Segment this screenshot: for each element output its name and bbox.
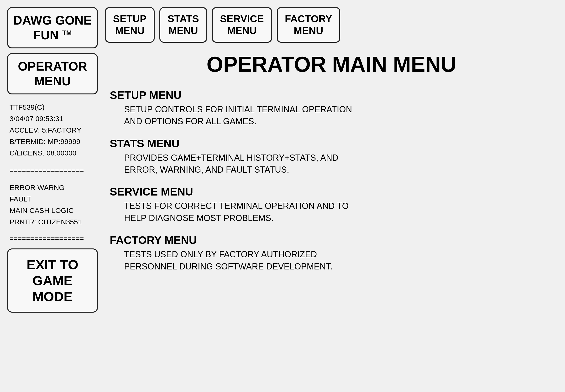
btermid-text: B/TERMID: MP:99999 bbox=[10, 136, 95, 147]
section-stats-desc: PROVIDES GAME+TERMINAL HISTORY+STATS, AN… bbox=[110, 152, 553, 176]
game-title: DAWG GONE FUN TM bbox=[12, 13, 93, 43]
factory-menu-button[interactable]: FACTORYMENU bbox=[277, 7, 340, 43]
section-stats: STATS MENU PROVIDES GAME+TERMINAL HISTOR… bbox=[110, 137, 553, 176]
section-factory-desc: TESTS USED ONLY BY FACTORY AUTHORIZEDPER… bbox=[110, 249, 553, 273]
exit-button-line1: EXIT TO GAME bbox=[27, 257, 78, 288]
page-title: OPERATOR MAIN MENU bbox=[105, 50, 558, 79]
top-menu-buttons: SETUPMENU STATSMENU SERVICEMENU FACTORYM… bbox=[105, 7, 558, 43]
operator-menu-box: OPERATOR MENU bbox=[7, 53, 98, 94]
version-text: TTF539(C) bbox=[10, 102, 95, 113]
main-area: SETUPMENU STATSMENU SERVICEMENU FACTORYM… bbox=[105, 7, 558, 275]
divider-bottom: ================== bbox=[7, 234, 98, 244]
section-setup: SETUP MENU SETUP CONTROLS FOR INITIAL TE… bbox=[110, 89, 553, 127]
section-factory: FACTORY MENU TESTS USED ONLY BY FACTORY … bbox=[110, 234, 553, 273]
exit-to-game-mode-button[interactable]: EXIT TO GAME MODE bbox=[7, 249, 98, 313]
game-title-line2: FUN bbox=[33, 28, 59, 42]
game-title-tm: TM bbox=[62, 29, 72, 37]
section-service: SERVICE MENU TESTS FOR CORRECT TERMINAL … bbox=[110, 185, 553, 224]
error-line2: FAULT bbox=[10, 193, 95, 205]
section-factory-title: FACTORY MENU bbox=[110, 234, 553, 247]
error-block: ERROR WARNG FAULT MAIN CASH LOGIC PRNTR:… bbox=[7, 181, 98, 229]
exit-button-line2: MODE bbox=[32, 289, 72, 304]
info-block: TTF539(C) 3/04/07 09:53:31 ACCLEV: 5:FAC… bbox=[7, 99, 98, 161]
service-menu-button[interactable]: SERVICEMENU bbox=[212, 7, 272, 43]
clicens-text: C/LICENS: 08:00000 bbox=[10, 147, 95, 159]
error-line1: ERROR WARNG bbox=[10, 182, 95, 193]
acclev-text: ACCLEV: 5:FACTORY bbox=[10, 125, 95, 136]
game-title-box: DAWG GONE FUN TM bbox=[7, 7, 98, 48]
section-service-title: SERVICE MENU bbox=[110, 185, 553, 198]
stats-menu-button[interactable]: STATSMENU bbox=[159, 7, 207, 43]
section-setup-title: SETUP MENU bbox=[110, 89, 553, 102]
error-line3: MAIN CASH LOGIC bbox=[10, 205, 95, 216]
datetime-text: 3/04/07 09:53:31 bbox=[10, 113, 95, 125]
divider-top: ================== bbox=[7, 166, 98, 176]
sidebar: DAWG GONE FUN TM OPERATOR MENU TTF539(C)… bbox=[7, 7, 98, 313]
operator-menu-label: OPERATOR MENU bbox=[12, 59, 93, 89]
content-sections: SETUP MENU SETUP CONTROLS FOR INITIAL TE… bbox=[105, 86, 558, 275]
game-title-line1: DAWG GONE bbox=[13, 13, 92, 27]
setup-menu-button[interactable]: SETUPMENU bbox=[105, 7, 155, 43]
section-stats-title: STATS MENU bbox=[110, 137, 553, 150]
section-service-desc: TESTS FOR CORRECT TERMINAL OPERATION AND… bbox=[110, 200, 553, 224]
section-setup-desc: SETUP CONTROLS FOR INITIAL TERMINAL OPER… bbox=[110, 103, 553, 127]
error-line4: PRNTR: CITIZEN3551 bbox=[10, 216, 95, 228]
